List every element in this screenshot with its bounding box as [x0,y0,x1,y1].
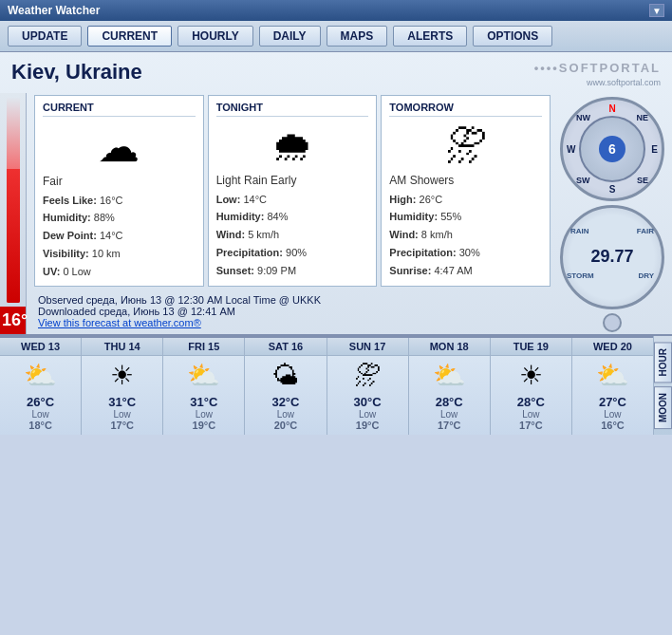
nav-maps[interactable]: MAPS [327,26,388,47]
wind-label-tm: Wind: [389,229,418,240]
feels-like-label: Feels Like: [43,195,97,206]
day-icon-4: ⛈ [329,360,406,391]
day-header-2: FRI 15 [163,338,244,356]
day-low-6: 17°C [493,420,569,431]
sunset-value: 9:09 PM [257,265,296,276]
bottom-info: Observed среда, Июнь 13 @ 12:30 AM Local… [27,289,558,334]
current-panel-title: CURRENT [43,102,196,117]
nav-options[interactable]: OPTIONS [473,26,552,47]
day-icon-5: ⛅ [411,360,488,391]
day-high-6: 28°C [493,395,569,409]
tomorrow-panel: TOMORROW ⛈ AM Showers High: 26°C Humidit… [381,95,551,287]
city-header: Kiev, Ukraine ••••SOFTPORTAL www.softpor… [0,52,672,93]
tomorrow-details: High: 26°C Humidity: 55% Wind: 8 km/h Pr… [389,191,542,279]
nav-update[interactable]: UPDATE [8,26,82,47]
day-low-3: 20°C [247,420,324,431]
uv-label: UV: [43,266,60,277]
day-header-6: TUE 19 [491,338,571,356]
nav-hourly[interactable]: HOURLY [177,26,253,47]
day-low-label-7: Low [574,409,651,420]
precip-value-t: 90% [286,247,307,258]
compass: N S E W NE SE SW NW 6 [560,97,664,201]
day-header-4: SUN 17 [327,338,408,356]
tonight-panel: TONIGHT 🌧 Light Rain Early Low: 14°C Hum… [208,95,378,287]
day-high-3: 32°C [247,395,324,409]
nav-current[interactable]: CURRENT [87,26,172,47]
radio-indicator [603,313,622,332]
wind-value-t: 5 km/h [248,229,279,240]
side-tabs: HOURMOON [653,336,672,435]
uv-value: 0 Low [63,266,90,277]
day-col-6: TUE 19 ☀ 28°C Low 17°C [491,338,572,435]
humidity-value-tm: 55% [440,211,461,222]
right-instruments: N S E W NE SE SW NW 6 RAIN FAIR STORM DR… [558,93,672,334]
baro-storm-label: STORM [567,271,594,280]
side-tab-hour[interactable]: HOUR [654,342,672,383]
day-col-7: WED 20 ⛅ 27°C Low 16°C [572,338,653,435]
main-content: Kiev, Ukraine ••••SOFTPORTAL www.softpor… [0,52,672,435]
day-icon-2: ⛅ [165,360,242,391]
nav-bar: UPDATE CURRENT HOURLY DAILY MAPS ALERTS … [0,21,672,52]
side-tab-moon[interactable]: MOON [654,386,672,429]
dew-point-label: Dew Point: [43,230,97,241]
day-col-0: WED 13 ⛅ 26°C Low 18°C [0,338,82,435]
baro-rain-label: RAIN [570,227,589,235]
sunrise-label: Sunrise: [389,265,431,276]
baro-fair-label: FAIR [637,227,654,235]
current-weather-icon: ☁ [43,122,196,171]
tomorrow-description: AM Showers [389,174,542,187]
compass-inner: 6 [579,116,645,182]
app-title: Weather Watcher [8,4,100,17]
day-low-2: 19°C [165,420,242,431]
temperature-display: 16° [0,307,26,334]
feels-like-value: 16°C [100,195,123,206]
day-col-5: MON 18 ⛅ 28°C Low 17°C [409,338,491,435]
title-bar: Weather Watcher ▼ [0,0,672,21]
softportal-url: www.softportal.com [534,77,661,89]
day-header-3: SAT 16 [245,338,326,356]
high-label-tm: High: [389,194,416,205]
day-high-5: 28°C [411,395,488,409]
compass-east: E [651,143,658,154]
close-button[interactable]: ▼ [649,4,664,17]
day-high-7: 27°C [574,395,651,409]
visibility-label: Visibility: [43,248,89,259]
humidity-value-c: 88% [94,212,115,223]
day-icon-6: ☀ [493,360,569,391]
day-col-3: SAT 16 🌤 32°C Low 20°C [245,338,327,435]
day-header-7: WED 20 [572,338,653,356]
weekly-forecast-container: WED 13 ⛅ 26°C Low 18°C THU 14 ☀ 31°C Low… [0,334,672,435]
day-low-label-2: Low [165,409,242,420]
day-low-7: 16°C [574,420,651,431]
humidity-label-c: Humidity: [43,212,91,223]
compass-value: 6 [599,136,625,162]
low-value-t: 14°C [243,194,267,205]
compass-se: SE [637,176,648,185]
tonight-details: Low: 14°C Humidity: 84% Wind: 5 km/h Pre… [216,191,369,279]
observed-text: Observed среда, Июнь 13 @ 12:30 AM Local… [38,294,547,306]
softportal-brand: ••••SOFTPORTAL [534,60,661,77]
softportal-logo: ••••SOFTPORTAL www.softportal.com [534,60,661,89]
compass-north: N [608,103,615,114]
nav-daily[interactable]: DAILY [259,26,321,47]
day-low-5: 17°C [411,420,488,431]
wind-label-t: Wind: [216,229,245,240]
downloaded-text: Downloaded среда, Июнь 13 @ 12:41 AM [38,306,547,317]
current-description: Fair [43,175,196,188]
humidity-value-t: 84% [267,211,288,222]
day-low-4: 19°C [329,420,406,431]
day-low-label-5: Low [411,409,488,420]
tonight-panel-title: TONIGHT [216,102,369,117]
day-low-1: 17°C [84,420,160,431]
current-details: Feels Like: 16°C Humidity: 88% Dew Point… [43,192,196,280]
day-low-label-4: Low [329,409,406,420]
dew-point-value: 14°C [100,230,123,241]
forecast-link[interactable]: View this forecast at weather.com® [38,317,201,328]
day-col-2: FRI 15 ⛅ 31°C Low 19°C [163,338,245,435]
humidity-label-t: Humidity: [216,211,265,222]
nav-alerts[interactable]: ALERTS [393,26,467,47]
day-header-0: WED 13 [0,338,81,356]
day-low-label-3: Low [247,409,324,420]
day-col-4: SUN 17 ⛈ 30°C Low 19°C [327,338,409,435]
precip-label-t: Precipitation: [216,247,283,258]
